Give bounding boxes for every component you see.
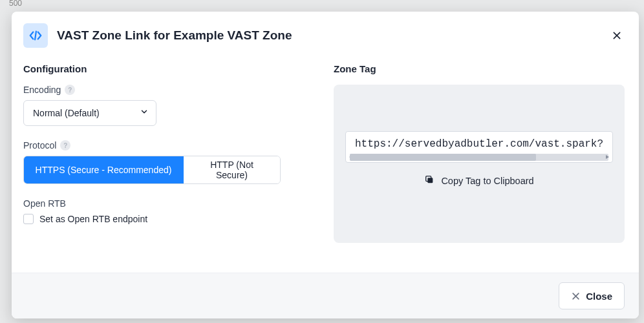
protocol-label-text: Protocol	[23, 140, 56, 151]
openrtb-label: Open RTB	[23, 198, 314, 209]
zone-tag-column: Zone Tag Copy Tag to Clipboard	[334, 63, 625, 260]
modal-body: Configuration Encoding ? Normal (Default…	[12, 54, 639, 273]
background-dim-label: 500	[9, 0, 22, 8]
modal-header: VAST Zone Link for Example VAST Zone	[12, 12, 639, 54]
encoding-label-text: Encoding	[23, 85, 61, 95]
scrollbar-thumb[interactable]	[350, 154, 536, 161]
openrtb-checkbox[interactable]	[23, 214, 34, 224]
protocol-segmented-control: HTTPS (Secure - Recommended) HTTP (Not S…	[23, 156, 281, 184]
zone-tag-heading: Zone Tag	[334, 63, 625, 74]
help-icon[interactable]: ?	[60, 140, 70, 151]
configuration-heading: Configuration	[23, 63, 314, 74]
openrtb-checkbox-row: Set as Open RTB endpoint	[23, 214, 314, 224]
copy-tag-label: Copy Tag to Clipboard	[441, 176, 533, 186]
modal-footer: Close	[12, 273, 639, 318]
code-brackets-icon	[23, 23, 48, 48]
close-button[interactable]	[609, 28, 625, 43]
encoding-select[interactable]: Normal (Default)	[23, 100, 156, 126]
horizontal-scrollbar[interactable]	[350, 154, 608, 161]
copy-tag-button[interactable]: Copy Tag to Clipboard	[345, 174, 613, 187]
zone-tag-input[interactable]	[346, 137, 612, 151]
protocol-http-button[interactable]: HTTP (Not Secure)	[184, 156, 280, 183]
configuration-column: Configuration Encoding ? Normal (Default…	[23, 63, 314, 260]
openrtb-label-text: Open RTB	[23, 198, 66, 209]
protocol-label: Protocol ?	[23, 140, 314, 151]
zone-tag-field-wrap	[345, 131, 613, 163]
protocol-https-button[interactable]: HTTPS (Secure - Recommended)	[24, 156, 184, 183]
encoding-select-wrap: Normal (Default)	[23, 100, 156, 126]
svg-rect-3	[428, 178, 433, 183]
copy-icon	[424, 174, 435, 187]
openrtb-checkbox-label: Set as Open RTB endpoint	[39, 214, 147, 224]
svg-line-0	[35, 32, 36, 40]
modal-title: VAST Zone Link for Example VAST Zone	[57, 28, 609, 43]
close-footer-label: Close	[586, 291, 612, 302]
vast-zone-link-modal: VAST Zone Link for Example VAST Zone Con…	[12, 12, 639, 318]
help-icon[interactable]: ?	[65, 85, 75, 95]
close-footer-button[interactable]: Close	[559, 282, 625, 309]
encoding-label: Encoding ?	[23, 85, 314, 95]
zone-tag-panel: Copy Tag to Clipboard	[334, 85, 625, 243]
